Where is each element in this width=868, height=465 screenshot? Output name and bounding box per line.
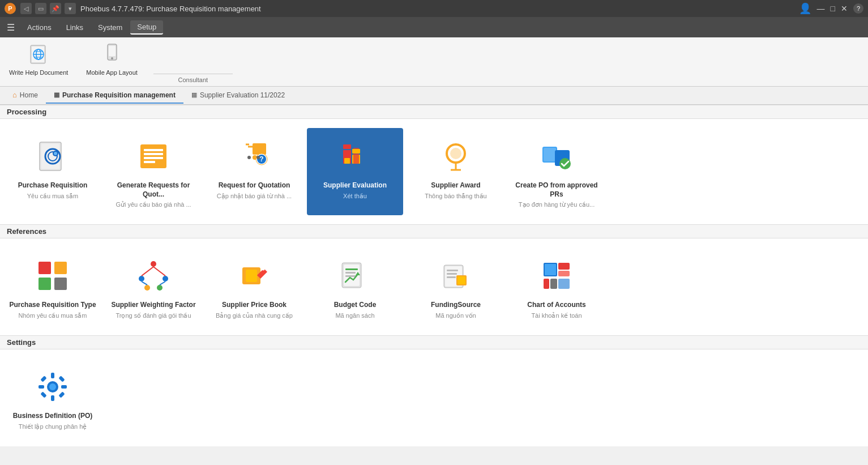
- svg-point-52: [144, 285, 150, 291]
- user-icon[interactable]: 👤: [799, 2, 811, 15]
- menu-system-label: System: [98, 23, 122, 32]
- nav-dropdown-icon[interactable]: ▾: [65, 3, 76, 14]
- svg-point-53: [157, 285, 163, 291]
- weighting-title: Supplier Weighting Factor: [111, 301, 195, 310]
- svg-rect-91: [58, 392, 65, 398]
- svg-line-54: [142, 267, 153, 276]
- grid-item-price-book[interactable]: Supplier Price Book Bảng giá của nhà cun…: [206, 248, 302, 326]
- rfq-title: Request for Quotation: [219, 181, 290, 190]
- svg-rect-36: [352, 149, 360, 153]
- grid-item-pr-type[interactable]: Purchase Requisition Type Nhóm yêu cầu m…: [5, 248, 101, 326]
- grid-item-purchase-requisition[interactable]: Purchase Requisition Yêu cầu mua sắm: [5, 128, 101, 215]
- title-bar: P ◁ ▭ 📌 ▾ Phoebus 4.7.7.479: Purchase Re…: [0, 0, 868, 17]
- svg-point-29: [247, 156, 251, 159]
- svg-line-57: [160, 281, 165, 285]
- grid-item-rfq[interactable]: ? Request for Quotation Cập nhật báo giá…: [206, 128, 302, 215]
- pr-type-subtitle: Nhóm yêu cầu mua sắm: [19, 312, 87, 319]
- supplier-award-subtitle: Thông báo thắng thầu: [425, 192, 486, 200]
- grid-item-supplier-evaluation[interactable]: Supplier Evaluation Xét thầu: [307, 128, 403, 215]
- svg-rect-64: [345, 268, 358, 270]
- svg-rect-48: [54, 278, 67, 290]
- svg-rect-78: [558, 271, 570, 276]
- svg-rect-87: [61, 385, 67, 389]
- mobile-app-label: Mobile App Layout: [86, 69, 138, 76]
- menu-links-label: Links: [66, 23, 83, 32]
- svg-point-50: [139, 276, 144, 281]
- svg-rect-45: [39, 262, 51, 274]
- svg-rect-90: [40, 392, 46, 398]
- price-book-title: Supplier Price Book: [222, 301, 287, 310]
- svg-rect-88: [40, 376, 46, 382]
- svg-rect-18: [144, 153, 163, 155]
- budget-code-icon: [336, 257, 374, 295]
- content-area: Processing Purchase Requisition Yêu cầu …: [0, 105, 868, 446]
- toolbar-mobile-app[interactable]: Mobile App Layout: [82, 40, 142, 79]
- generate-requests-subtitle: Gửi yêu cầu báo giá nhà ...: [116, 200, 191, 208]
- app-logo: P: [5, 3, 16, 14]
- grid-item-chart-accounts[interactable]: Chart of Accounts Tài khoản kế toán: [508, 248, 605, 326]
- svg-text:?: ?: [259, 155, 263, 163]
- processing-section-header: Processing: [0, 105, 868, 119]
- svg-rect-17: [144, 149, 163, 151]
- menu-system[interactable]: System: [91, 21, 129, 34]
- menu-actions[interactable]: Actions: [20, 21, 58, 34]
- svg-rect-79: [544, 279, 549, 289]
- tab-home[interactable]: ⌂ Home: [5, 87, 46, 104]
- svg-rect-70: [447, 270, 458, 271]
- svg-rect-89: [58, 376, 65, 382]
- tab-supplier-eval-label: Supplier Evaluation 11/2022: [200, 91, 285, 99]
- budget-code-subtitle: Mã ngân sách: [335, 312, 374, 319]
- svg-rect-76: [545, 264, 556, 275]
- menu-links[interactable]: Links: [59, 21, 90, 34]
- price-book-icon: [235, 257, 273, 295]
- weighting-subtitle: Trọng số đánh giá gói thầu: [116, 312, 191, 319]
- business-definition-icon: [33, 368, 72, 406]
- maximize-button[interactable]: □: [831, 4, 835, 13]
- svg-rect-21: [253, 143, 266, 155]
- menu-setup[interactable]: Setup: [130, 20, 163, 35]
- weighting-icon: [134, 257, 173, 295]
- nav-back-icon[interactable]: ◁: [20, 3, 32, 14]
- svg-point-15: [54, 152, 57, 155]
- grid-item-funding-source[interactable]: FundingSource Mã nguồn vốn: [408, 248, 504, 326]
- supplier-evaluation-title: Supplier Evaluation: [323, 181, 387, 190]
- references-grid: Purchase Requisition Type Nhóm yêu cầu m…: [0, 238, 868, 335]
- svg-rect-80: [550, 279, 557, 289]
- svg-rect-20: [144, 161, 155, 163]
- tab-supplier-evaluation[interactable]: ▦ Supplier Evaluation 11/2022: [183, 88, 293, 104]
- consultant-section-label: Consultant: [178, 76, 208, 83]
- title-bar-left: P ◁ ▭ 📌 ▾ Phoebus 4.7.7.479: Purchase Re…: [5, 3, 261, 14]
- grid-item-budget-code[interactable]: Budget Code Mã ngân sách: [307, 248, 403, 326]
- grid-item-generate-requests[interactable]: Generate Requests for Quot... Gửi yêu cầ…: [105, 128, 202, 215]
- hamburger-menu[interactable]: ☰: [2, 20, 19, 35]
- toolbar-write-help[interactable]: Write Help Document: [5, 40, 72, 79]
- grid-item-business-definition[interactable]: Business Definition (PO) Thiết lập chung…: [5, 359, 101, 437]
- purchase-requisition-title: Purchase Requisition: [18, 181, 88, 190]
- tabs-bar: ⌂ Home ▦ Purchase Requisition management…: [0, 87, 868, 105]
- svg-rect-47: [39, 278, 51, 290]
- help-icon[interactable]: ?: [853, 3, 863, 14]
- processing-grid: Purchase Requisition Yêu cầu mua sắm Gen…: [0, 119, 868, 224]
- chart-accounts-icon: [537, 257, 576, 295]
- svg-point-38: [450, 148, 461, 159]
- price-book-subtitle: Bảng giá của nhà cung cấp: [216, 312, 293, 319]
- svg-rect-74: [457, 276, 465, 284]
- nav-pin-icon[interactable]: 📌: [50, 3, 61, 14]
- svg-rect-65: [345, 272, 356, 274]
- settings-section-header: Settings: [0, 335, 868, 349]
- generate-requests-icon: [134, 137, 173, 176]
- create-po-subtitle: Tạo đơn hàng từ yêu cầu...: [519, 200, 595, 208]
- nav-window-icon[interactable]: ▭: [35, 3, 46, 14]
- purchase-requisition-subtitle: Yêu cầu mua sắm: [27, 192, 78, 200]
- grid-item-weighting[interactable]: Supplier Weighting Factor Trọng số đánh …: [105, 248, 202, 326]
- grid-item-create-po[interactable]: Create PO from approved PRs Tạo đơn hàng…: [508, 128, 605, 215]
- minimize-button[interactable]: —: [817, 4, 825, 13]
- grid-item-supplier-award[interactable]: Supplier Award Thông báo thắng thầu: [408, 128, 504, 215]
- close-button[interactable]: ✕: [841, 4, 848, 13]
- home-icon: ⌂: [12, 91, 17, 99]
- mobile-app-svg: [100, 42, 125, 67]
- pr-type-icon: [33, 257, 72, 295]
- svg-rect-77: [558, 263, 570, 270]
- supplier-award-icon: [437, 137, 475, 176]
- tab-purchase-requisition-mgmt[interactable]: ▦ Purchase Requisition management: [46, 88, 183, 104]
